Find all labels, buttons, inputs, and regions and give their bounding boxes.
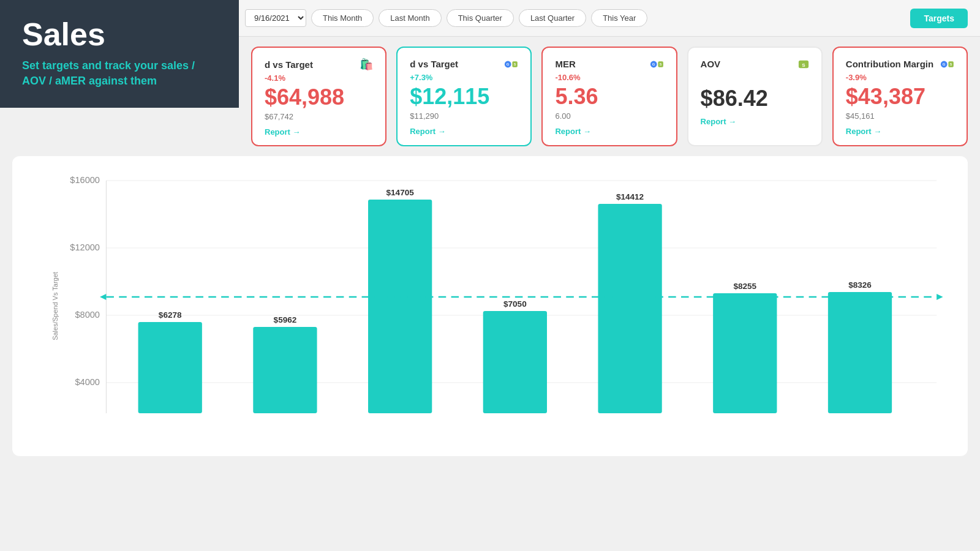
card-icon-3: G S bbox=[649, 58, 664, 70]
sidebar-panel: Sales Set targets and track your sales /… bbox=[0, 0, 239, 108]
svg-text:$12000: $12000 bbox=[70, 242, 100, 252]
card-aov: AOV S $86.42 Report → bbox=[687, 47, 823, 146]
card-contribution-margin: Contribution Margin G S -3.9% $43,387 $4… bbox=[832, 47, 968, 146]
svg-text:$8000: $8000 bbox=[75, 310, 100, 320]
card-main-3: 5.36 bbox=[555, 84, 663, 109]
chart-svg: $16000 $12000 $8000 $4000 $6278 $5962 $1… bbox=[55, 168, 949, 438]
svg-text:$6278: $6278 bbox=[159, 310, 182, 320]
card-report-4[interactable]: Report → bbox=[701, 117, 809, 126]
svg-text:G: G bbox=[943, 63, 946, 67]
svg-text:$14705: $14705 bbox=[386, 188, 415, 197]
svg-text:$16000: $16000 bbox=[70, 175, 100, 185]
page-subtitle: Set targets and track your sales / AOV /… bbox=[22, 58, 217, 89]
card-change-5: -3.9% bbox=[846, 73, 954, 82]
svg-text:G: G bbox=[507, 63, 510, 67]
chart-y-axis-label: Sales/Spend Vs Target bbox=[51, 272, 59, 340]
page-title: Sales bbox=[22, 17, 217, 52]
card-header-5: Contribution Margin G S bbox=[846, 58, 954, 70]
card-icon-2: G S bbox=[503, 58, 518, 70]
card-report-5[interactable]: Report → bbox=[846, 127, 954, 136]
filter-this-year[interactable]: This Year bbox=[591, 9, 647, 27]
card-sub-3: 6.00 bbox=[555, 111, 663, 121]
card-ad-vs-target: d vs Target G S +7.3% $12,115 $11,290 Re… bbox=[396, 47, 532, 146]
svg-text:$14412: $14412 bbox=[616, 192, 644, 201]
card-title-4: AOV bbox=[701, 59, 721, 69]
svg-marker-31 bbox=[937, 294, 943, 300]
svg-text:$4000: $4000 bbox=[75, 377, 100, 387]
svg-text:S: S bbox=[659, 63, 662, 67]
card-icon-1: 🛍️ bbox=[360, 58, 373, 71]
svg-text:G: G bbox=[652, 63, 655, 67]
filter-last-quarter[interactable]: Last Quarter bbox=[519, 9, 586, 27]
card-icon-4: S bbox=[798, 58, 809, 70]
card-report-1[interactable]: Report → bbox=[265, 127, 373, 137]
svg-text:$8326: $8326 bbox=[848, 280, 872, 290]
bar-7 bbox=[828, 292, 892, 413]
card-change-4 bbox=[701, 73, 809, 84]
card-main-2: $12,115 bbox=[410, 84, 518, 109]
card-change-3: -10.6% bbox=[555, 73, 663, 82]
card-header-3: MER G S bbox=[555, 58, 663, 70]
card-change-2: +7.3% bbox=[410, 73, 518, 82]
bar-4 bbox=[483, 311, 547, 413]
bar-5 bbox=[598, 204, 662, 413]
card-sub-5: $45,161 bbox=[846, 111, 954, 121]
svg-text:$7050: $7050 bbox=[503, 299, 527, 309]
card-header-1: d vs Target 🛍️ bbox=[265, 58, 373, 71]
card-main-4: $86.42 bbox=[701, 86, 809, 111]
date-selector[interactable]: 9/16/2021 bbox=[245, 9, 306, 27]
filter-this-month[interactable]: This Month bbox=[311, 9, 374, 27]
card-report-3[interactable]: Report → bbox=[555, 127, 663, 136]
card-main-5: $43,387 bbox=[846, 84, 954, 109]
card-report-2[interactable]: Report → bbox=[410, 127, 518, 136]
svg-text:$5962: $5962 bbox=[274, 315, 297, 324]
svg-text:S: S bbox=[514, 63, 516, 67]
card-header-2: d vs Target G S bbox=[410, 58, 518, 70]
card-title-2: d vs Target bbox=[410, 59, 458, 69]
card-title-3: MER bbox=[555, 59, 575, 69]
filter-last-month[interactable]: Last Month bbox=[379, 9, 441, 27]
filter-this-quarter[interactable]: This Quarter bbox=[447, 9, 514, 27]
card-title-1: d vs Target bbox=[265, 59, 313, 70]
svg-text:$8255: $8255 bbox=[733, 282, 756, 291]
svg-text:S: S bbox=[802, 62, 805, 68]
bar-chart: Sales/Spend Vs Target $16000 $12000 $800… bbox=[12, 156, 968, 456]
card-sub-2: $11,290 bbox=[410, 111, 518, 121]
bar-3 bbox=[368, 200, 432, 413]
card-sub-1: $67,742 bbox=[265, 112, 373, 121]
bar-6 bbox=[713, 293, 777, 413]
metrics-row: d vs Target 🛍️ -4.1% $64,988 $67,742 Rep… bbox=[239, 37, 980, 156]
svg-text:S: S bbox=[950, 63, 952, 67]
card-title-5: Contribution Margin bbox=[846, 59, 933, 69]
card-header-4: AOV S bbox=[701, 58, 809, 70]
card-sales-vs-target: d vs Target 🛍️ -4.1% $64,988 $67,742 Rep… bbox=[251, 47, 386, 146]
card-mer: MER G S -10.6% 5.36 6.00 Report → bbox=[541, 47, 677, 146]
card-icon-5: G S bbox=[940, 58, 954, 70]
bar-1 bbox=[138, 322, 202, 413]
card-change-1: -4.1% bbox=[265, 73, 373, 83]
bar-2 bbox=[253, 327, 317, 413]
card-main-1: $64,988 bbox=[265, 85, 373, 110]
targets-button[interactable]: Targets bbox=[910, 9, 968, 28]
svg-marker-30 bbox=[100, 294, 106, 300]
